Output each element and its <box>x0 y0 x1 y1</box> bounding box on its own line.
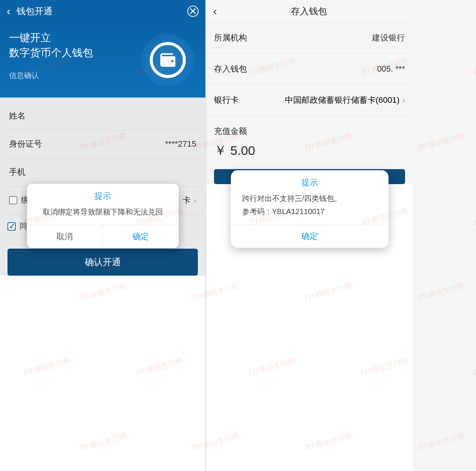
field-id-value: ****2715 <box>165 139 196 149</box>
header-bar: ‹ 存入钱包 <box>206 0 413 22</box>
field-phone[interactable]: 手机 <box>2 158 204 186</box>
row-wallet-label: 存入钱包 <box>214 63 247 75</box>
dialog-ok-button[interactable]: 确定 <box>231 224 389 248</box>
field-name-label: 姓名 <box>9 110 196 122</box>
row-card-label: 银行卡 <box>214 94 252 106</box>
chevron-right-icon: › <box>402 96 405 105</box>
confirm-open-button[interactable]: 确认开通 <box>8 249 198 276</box>
back-icon[interactable]: ‹ <box>7 5 11 18</box>
row-card[interactable]: 银行卡 中国邮政储蓄银行储蓄卡(6001) › <box>206 85 413 116</box>
page-title: 钱包开通 <box>17 5 187 17</box>
checkbox-unchecked-icon[interactable] <box>9 196 17 204</box>
dialog-cancel-button[interactable]: 取消 <box>27 225 103 248</box>
row-wallet[interactable]: 存入钱包 005. *** <box>206 54 413 85</box>
dialog-ref-row: 参考码：YBLA12110017 <box>231 206 389 224</box>
field-phone-label: 手机 <box>9 166 196 178</box>
dialog-body: 取消绑定将导致限额下降和无法兑回 <box>27 205 179 225</box>
back-icon[interactable]: ‹ <box>213 5 217 18</box>
dialog-ok-button[interactable]: 确定 <box>103 225 179 248</box>
alert-dialog: 提示 跨行对出不支持三/四类钱包。 参考码：YBLA12110017 确定 <box>231 170 389 248</box>
row-card-value: 中国邮政储蓄银行储蓄卡(6001) <box>252 94 399 106</box>
screen-deposit-wallet: ‹ 存入钱包 所属机构 建设银行 存入钱包 005. *** 银行卡 中国邮政储… <box>206 0 413 471</box>
close-icon[interactable]: ✕ <box>187 6 199 17</box>
amount-value[interactable]: ￥ 5.00 <box>206 138 413 169</box>
wallet-icon <box>159 51 177 69</box>
row-org-label: 所属机构 <box>214 32 247 44</box>
field-bind-suffix: 卡 <box>182 195 191 206</box>
header-bar: ‹ 钱包开通 ✕ <box>0 0 205 22</box>
dialog-ref-code: YBLA12110017 <box>272 207 325 216</box>
row-org-value: 建设银行 <box>372 32 405 44</box>
chevron-right-icon: › <box>194 196 196 205</box>
confirm-dialog: 提示 取消绑定将导致限额下降和无法兑回 取消 确定 <box>27 184 179 248</box>
agree-checkbox[interactable] <box>8 222 16 231</box>
wallet-circle <box>150 42 186 78</box>
screen-wallet-open: ‹ 钱包开通 ✕ 一键开立 数字货币个人钱包 信息确认 姓名 身份证号 ****… <box>0 0 206 471</box>
field-id[interactable]: 身份证号 ****2715 <box>2 130 204 158</box>
dialog-buttons: 取消 确定 <box>27 225 179 248</box>
dialog-body: 跨行对出不支持三/四类钱包。 <box>231 192 389 206</box>
field-name[interactable]: 姓名 <box>2 102 204 130</box>
dialog-title: 提示 <box>231 170 389 192</box>
amount-label: 充值金额 <box>206 116 413 138</box>
dialog-ref-label: 参考码： <box>242 207 272 216</box>
row-org: 所属机构 建设银行 <box>206 22 413 54</box>
deposit-body: 所属机构 建设银行 存入钱包 005. *** 银行卡 中国邮政储蓄银行储蓄卡(… <box>206 22 413 184</box>
wallet-badge <box>142 34 194 86</box>
row-wallet-value: 005. *** <box>377 64 405 74</box>
page-title: 存入钱包 <box>223 5 395 17</box>
dialog-title: 提示 <box>27 184 179 205</box>
field-id-label: 身份证号 <box>9 138 165 150</box>
hero-banner: 一键开立 数字货币个人钱包 信息确认 <box>0 22 205 98</box>
